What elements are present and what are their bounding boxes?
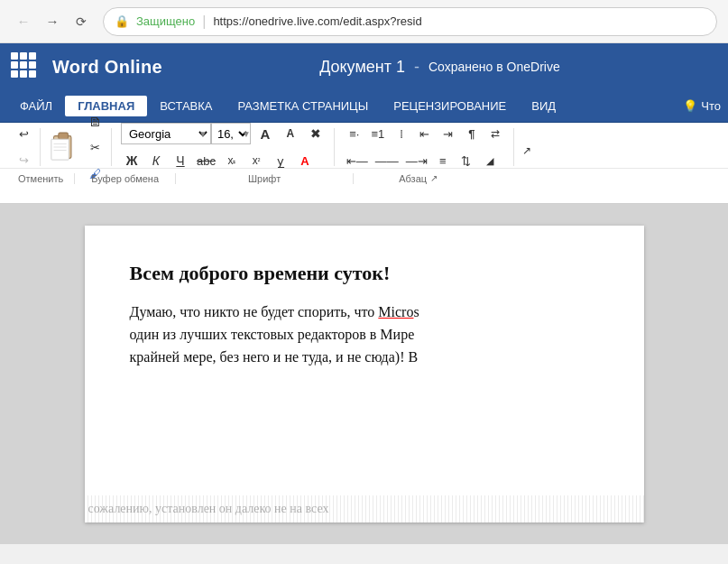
grid-dot: [11, 61, 18, 69]
secure-label: Защищено: [136, 14, 195, 28]
menu-review[interactable]: РЕЦЕНЗИРОВАНИЕ: [381, 96, 519, 116]
svg-rect-2: [51, 139, 69, 160]
clear-format-button[interactable]: ✖: [305, 122, 327, 145]
document-page[interactable]: Всем доброго времени суток! Думаю, что н…: [85, 226, 644, 522]
menu-insert[interactable]: ВСТАВКА: [147, 96, 225, 116]
paste-icon: [51, 129, 78, 165]
document-heading: Всем доброго времени суток!: [130, 262, 599, 285]
font-grow-button[interactable]: A: [254, 122, 276, 145]
partial-text: сожалению, установлен он далеко не на вс…: [88, 499, 329, 519]
paragraph-3: крайней мере, без него и не туда, и не с…: [130, 347, 599, 369]
document-name: Документ 1: [319, 58, 405, 77]
back-button[interactable]: ←: [11, 9, 36, 34]
grid-dot: [29, 52, 36, 60]
document-body: Думаю, что никто не будет спорить, что M…: [130, 301, 599, 368]
font-size-select[interactable]: 16,5: [211, 123, 251, 144]
para-label-group: Абзац ↗: [354, 173, 483, 184]
nav-buttons: ← → ⟳: [11, 9, 94, 34]
show-marks-button[interactable]: ¶: [461, 122, 483, 145]
address-bar[interactable]: 🔒 Защищено | https://onedrive.live.com/e…: [103, 7, 717, 36]
paste-button[interactable]: [48, 128, 80, 166]
numbering-button[interactable]: ≡1: [367, 122, 389, 145]
svg-rect-1: [59, 133, 69, 139]
undo-button[interactable]: ↩: [13, 123, 34, 146]
font-group: Georgia ▼ 16,5 ▼ A A ✖ Ж К Ч abc x₂ x² у…: [114, 128, 335, 166]
menu-bar: ФАЙЛ ГЛАВНАЯ ВСТАВКА РАЗМЕТКА СТРАНИЦЫ Р…: [0, 90, 728, 123]
app-name: Word Online: [52, 57, 162, 78]
grid-dot: [20, 52, 27, 60]
font-family-select[interactable]: Georgia: [121, 123, 211, 144]
clipboard-label: Буфер обмена: [75, 173, 176, 184]
title-bar: Word Online Документ 1 - Сохранено в One…: [0, 43, 728, 90]
title-center: Документ 1 - Сохранено в OneDrive: [162, 58, 717, 77]
toolbar: ↩ ↪: [0, 123, 728, 204]
grid-dot: [20, 70, 27, 78]
copy-button[interactable]: 🗎: [84, 109, 106, 133]
saved-status: Сохранено в OneDrive: [429, 60, 560, 74]
font-label: Шрифт: [176, 173, 354, 184]
increase-indent-button[interactable]: ⇥: [438, 122, 459, 145]
grid-dot: [29, 61, 36, 69]
para-label: Абзац: [399, 173, 427, 184]
grid-dot: [11, 52, 18, 60]
forward-button[interactable]: →: [40, 9, 65, 34]
expand-toolbar-button[interactable]: ↗: [516, 139, 538, 162]
cut-button[interactable]: ✂: [84, 135, 106, 159]
title-separator: -: [414, 58, 419, 77]
clipboard-group: 🗎 ✂ 🖌: [42, 128, 112, 166]
toolbar-row1: ↩ ↪: [0, 126, 728, 168]
lock-icon: 🔒: [115, 14, 129, 28]
menu-layout[interactable]: РАЗМЕТКА СТРАНИЦЫ: [226, 96, 382, 116]
menu-help-label[interactable]: Что: [701, 99, 721, 113]
grid-dot: [11, 70, 18, 78]
multilevel-list-button[interactable]: ⁞: [391, 122, 412, 145]
paragraph-group: ≡· ≡1 ⁞ ⇤ ⇥ ¶ ⇄ ⇤— —— —⇥ ≡ ⇅ ◢: [336, 128, 514, 166]
url-text: https://onedrive.live.com/edit.aspx?resi…: [213, 14, 705, 28]
lightbulb-icon: 💡: [683, 99, 697, 113]
menu-right-items: 💡 Что: [683, 99, 721, 113]
ltr-button[interactable]: ⇄: [484, 122, 506, 145]
paragraph-1: Думаю, что никто не будет спорить, что M…: [130, 301, 599, 324]
app-grid-icon[interactable]: [11, 52, 40, 81]
underlined-word: Micro: [378, 304, 413, 319]
address-divider: |: [202, 14, 206, 30]
document-bottom-overlay: сожалению, установлен он далеко не на вс…: [85, 495, 644, 522]
browser-chrome: ← → ⟳ 🔒 Защищено | https://onedrive.live…: [0, 0, 728, 43]
grid-dot: [29, 70, 36, 78]
grid-dot: [20, 61, 27, 69]
paragraph-2: один из лучших текстовых редакторов в Ми…: [130, 324, 599, 347]
undo-redo-group: ↩ ↪: [7, 128, 41, 166]
menu-view[interactable]: ВИД: [519, 96, 568, 116]
para-expand-icon: ↗: [430, 173, 438, 183]
undo-label: Отменить: [7, 173, 75, 184]
document-area: Всем доброго времени суток! Думаю, что н…: [0, 204, 728, 544]
reload-button[interactable]: ⟳: [69, 9, 94, 34]
decrease-indent-button[interactable]: ⇤: [414, 122, 436, 145]
font-shrink-button[interactable]: A: [280, 122, 301, 145]
bullets-button[interactable]: ≡·: [344, 122, 365, 145]
